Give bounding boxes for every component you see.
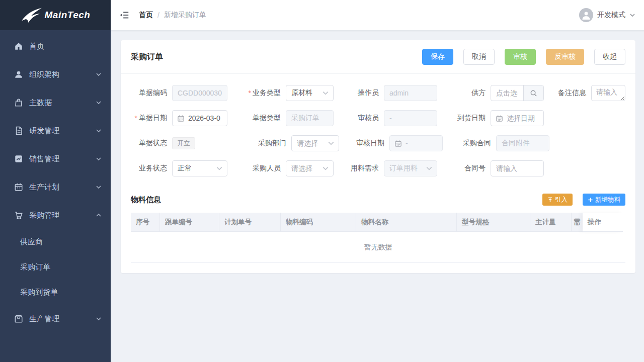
action-buttons: 保存 取消 审核 反审核 收起 (422, 49, 625, 65)
sidebar-subitem-suppliers[interactable]: 供应商 (0, 229, 111, 254)
doc-status-tag: 开立 (172, 137, 195, 149)
sidebar-subitem-purchase-receipts[interactable]: 采购到货单 (0, 280, 111, 305)
purchase-dept-select[interactable] (291, 135, 339, 151)
column-header-tracking-no: 跟单编号 (160, 213, 219, 232)
cart-icon (14, 211, 23, 220)
chevron-down-icon (96, 316, 102, 322)
chevron-down-icon (328, 140, 335, 147)
purchaser-select[interactable] (286, 160, 334, 176)
sidebar-item-org[interactable]: 组织架构 (0, 60, 111, 88)
contract-no-input-wrap (491, 160, 544, 176)
sidebar-item-purchase[interactable]: 采购管理 (0, 201, 111, 229)
sidebar-item-label: 采购管理 (29, 211, 96, 220)
sidebar-item-production-mgmt[interactable]: 生产管理 (0, 305, 111, 333)
unaudit-button[interactable]: 反审核 (546, 49, 584, 65)
material-demand-input[interactable] (384, 161, 426, 176)
contract-no-field: 合同号 (446, 160, 544, 176)
menu-fold-icon[interactable] (119, 10, 130, 21)
chevron-down-icon (96, 184, 102, 190)
plus-icon (588, 197, 593, 203)
user-silhouette-icon (581, 10, 591, 20)
table-header-row: 序号 跟单编号 计划单号 物料编码 物料名称 型号规格 主计量 需 操作 (131, 213, 625, 232)
audit-date-input[interactable] (402, 136, 442, 151)
purchase-dept-input[interactable] (292, 136, 328, 151)
collapse-button[interactable]: 收起 (594, 49, 625, 65)
operator-input[interactable] (384, 85, 437, 101)
doc-date-input[interactable] (185, 111, 227, 126)
operator-input-wrap (384, 85, 437, 101)
sidebar-item-label: 组织架构 (29, 70, 96, 79)
purchase-contract-field: 采购合同 (452, 135, 549, 151)
chevron-down-icon (96, 128, 102, 134)
supplier-search-button[interactable] (523, 85, 543, 101)
import-button[interactable]: 引入 (542, 194, 573, 206)
biz-status-input[interactable] (173, 161, 216, 176)
column-header-demand: 需 (572, 213, 583, 232)
arrival-date-input[interactable] (503, 111, 543, 126)
chevron-up-icon (96, 212, 102, 218)
sidebar-item-production-plan[interactable]: 生产计划 (0, 173, 111, 201)
sidebar-item-master-data[interactable]: 主数据 (0, 88, 111, 117)
column-header-material-name: 物料名称 (356, 213, 457, 232)
arrival-date-label: 到货日期 (446, 114, 491, 123)
chevron-down-icon (216, 165, 223, 172)
sidebar-item-home[interactable]: 首页 (0, 32, 111, 60)
biz-type-select[interactable] (286, 85, 334, 101)
purchaser-input[interactable] (286, 161, 322, 176)
chevron-down-icon (322, 89, 329, 97)
chevron-down-icon (96, 156, 102, 162)
doc-type-label: 单据类型 (236, 114, 286, 123)
form-row: 业务状态 采购人员 用料需求 合同号 (131, 160, 625, 176)
column-header-unit: 主计量 (530, 213, 572, 232)
sidebar-subitem-label: 采购到货单 (20, 288, 58, 297)
biz-type-field: *业务类型 (236, 85, 334, 101)
purchase-contract-input[interactable] (497, 136, 549, 151)
add-material-button[interactable]: 新增物料 (583, 194, 625, 206)
doc-date-field: *单据日期 (131, 110, 227, 126)
materials-header: 物料信息 引入 新增物料 (121, 187, 635, 212)
contract-no-input[interactable] (491, 161, 543, 176)
auditor-input[interactable] (384, 111, 437, 126)
form-row: 单据状态 开立 采购部门 审核日期 采购合同 (131, 135, 625, 151)
sidebar-item-rd[interactable]: 研发管理 (0, 117, 111, 145)
biz-type-input[interactable] (286, 85, 322, 101)
page-content: 采购订单 保存 取消 审核 反审核 收起 单据编码 *业务 (111, 30, 644, 362)
column-header-plan-no: 计划单号 (219, 213, 281, 232)
required-mark: * (135, 114, 137, 122)
materials-table: 序号 跟单编号 计划单号 物料编码 物料名称 型号规格 主计量 需 操作 暂无数… (131, 213, 625, 273)
search-icon (530, 89, 537, 97)
sidebar: MainTech 首页 组织架构 主数据 研发管理 销售管理 (0, 0, 111, 362)
doc-type-input-wrap (286, 110, 334, 126)
doc-code-input[interactable] (173, 85, 227, 101)
biz-type-label: *业务类型 (236, 88, 286, 98)
material-demand-field: 用料需求 (343, 160, 437, 176)
save-button[interactable]: 保存 (422, 49, 453, 65)
operator-label: 操作员 (343, 88, 384, 98)
app-logo[interactable]: MainTech (0, 0, 111, 30)
supplier-field: 供方 (446, 85, 544, 101)
breadcrumb: 首页 / 新增采购订单 (139, 11, 206, 20)
sidebar-item-label: 生产计划 (29, 183, 96, 192)
sidebar-item-sales[interactable]: 销售管理 (0, 145, 111, 173)
sidebar-item-label: 销售管理 (29, 154, 96, 164)
user-mode-label: 开发模式 (597, 11, 625, 20)
purchaser-field: 采购人员 (236, 160, 334, 176)
breadcrumb-home[interactable]: 首页 (139, 11, 153, 20)
doc-type-input[interactable] (286, 111, 333, 126)
biz-status-field: 业务状态 (131, 160, 227, 176)
calendar-icon (14, 183, 23, 192)
user-menu[interactable]: 开发模式 (579, 8, 635, 22)
cancel-button[interactable]: 取消 (463, 49, 495, 65)
remark-textarea[interactable] (591, 85, 625, 101)
required-mark: * (249, 89, 251, 97)
audit-date-field: 审核日期 (348, 135, 443, 151)
supplier-input[interactable] (491, 85, 523, 101)
sidebar-subitem-purchase-orders[interactable]: 采购订单 (0, 254, 111, 280)
biz-status-select[interactable] (172, 160, 227, 176)
biz-status-label: 业务状态 (131, 164, 172, 173)
audit-button[interactable]: 审核 (505, 49, 536, 65)
purchaser-label: 采购人员 (236, 164, 286, 173)
sidebar-item-label: 首页 (29, 42, 102, 51)
arrival-date-picker[interactable] (491, 110, 544, 126)
doc-date-picker[interactable] (172, 110, 227, 126)
